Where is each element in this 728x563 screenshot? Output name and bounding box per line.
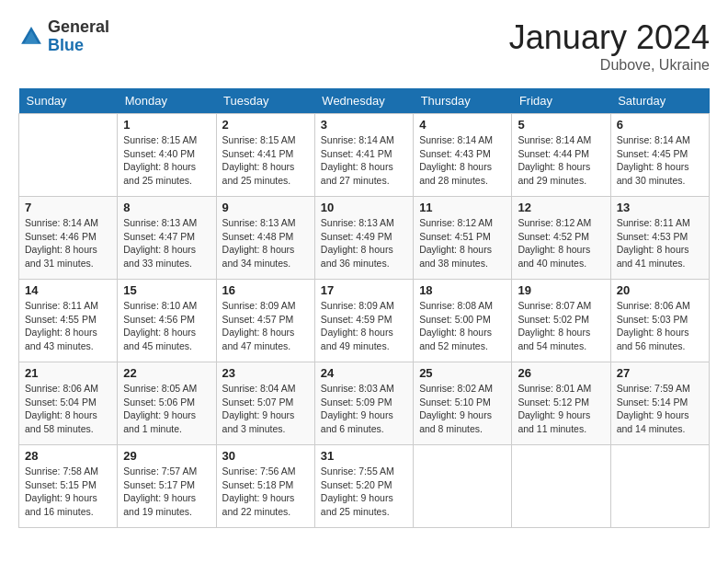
day-number: 7: [25, 201, 111, 214]
day-number: 11: [419, 201, 506, 214]
day-number: 19: [518, 283, 604, 297]
day-cell: [414, 445, 512, 528]
day-cell: 17Sunrise: 8:09 AM Sunset: 4:59 PM Dayli…: [314, 280, 413, 362]
day-info: Sunrise: 8:14 AM Sunset: 4:45 PM Dayligh…: [617, 133, 703, 188]
day-number: 9: [222, 201, 309, 214]
day-cell: [19, 114, 118, 197]
day-number: 16: [222, 283, 309, 297]
day-cell: 4Sunrise: 8:14 AM Sunset: 4:43 PM Daylig…: [414, 114, 512, 197]
day-cell: 6Sunrise: 8:14 AM Sunset: 4:45 PM Daylig…: [610, 114, 709, 197]
day-cell: 7Sunrise: 8:14 AM Sunset: 4:46 PM Daylig…: [19, 197, 118, 280]
day-number: 14: [25, 283, 111, 297]
day-number: 3: [321, 118, 407, 132]
day-cell: 26Sunrise: 8:01 AM Sunset: 5:12 PM Dayli…: [512, 362, 610, 445]
day-number: 8: [123, 201, 210, 214]
weekday-header-saturday: Saturday: [610, 88, 709, 114]
logo: General Blue: [18, 18, 109, 55]
logo-general-text: General: [48, 18, 109, 37]
day-cell: 16Sunrise: 8:09 AM Sunset: 4:57 PM Dayli…: [216, 280, 314, 362]
logo-text: General Blue: [48, 18, 109, 55]
weekday-header-tuesday: Tuesday: [216, 88, 314, 114]
day-cell: [610, 445, 709, 528]
day-info: Sunrise: 8:09 AM Sunset: 4:59 PM Dayligh…: [321, 299, 407, 353]
day-info: Sunrise: 7:59 AM Sunset: 5:14 PM Dayligh…: [617, 382, 703, 436]
day-cell: 12Sunrise: 8:12 AM Sunset: 4:52 PM Dayli…: [512, 197, 610, 280]
weekday-header-wednesday: Wednesday: [314, 88, 413, 114]
day-info: Sunrise: 8:15 AM Sunset: 4:41 PM Dayligh…: [222, 133, 309, 188]
month-year-title: January 2024: [509, 18, 710, 57]
day-cell: 9Sunrise: 8:13 AM Sunset: 4:48 PM Daylig…: [216, 197, 314, 280]
day-info: Sunrise: 8:05 AM Sunset: 5:06 PM Dayligh…: [123, 382, 210, 436]
day-cell: 29Sunrise: 7:57 AM Sunset: 5:17 PM Dayli…: [118, 445, 216, 528]
calendar-table: SundayMondayTuesdayWednesdayThursdayFrid…: [18, 88, 710, 528]
day-info: Sunrise: 8:13 AM Sunset: 4:49 PM Dayligh…: [321, 216, 407, 270]
day-number: 17: [321, 283, 407, 297]
weekday-header-monday: Monday: [118, 88, 216, 114]
day-number: 13: [617, 201, 703, 214]
day-number: 30: [222, 449, 309, 463]
day-info: Sunrise: 7:57 AM Sunset: 5:17 PM Dayligh…: [123, 465, 210, 519]
day-cell: 5Sunrise: 8:14 AM Sunset: 4:44 PM Daylig…: [512, 114, 610, 197]
day-info: Sunrise: 7:55 AM Sunset: 5:20 PM Dayligh…: [321, 465, 407, 519]
day-number: 5: [518, 118, 604, 132]
day-info: Sunrise: 8:10 AM Sunset: 4:56 PM Dayligh…: [123, 299, 210, 353]
day-cell: 14Sunrise: 8:11 AM Sunset: 4:55 PM Dayli…: [19, 280, 118, 362]
day-info: Sunrise: 8:06 AM Sunset: 5:03 PM Dayligh…: [617, 299, 703, 353]
day-cell: 25Sunrise: 8:02 AM Sunset: 5:10 PM Dayli…: [414, 362, 512, 445]
week-row-5: 28Sunrise: 7:58 AM Sunset: 5:15 PM Dayli…: [19, 445, 710, 528]
day-info: Sunrise: 8:12 AM Sunset: 4:52 PM Dayligh…: [518, 216, 604, 270]
day-cell: 31Sunrise: 7:55 AM Sunset: 5:20 PM Dayli…: [314, 445, 413, 528]
day-cell: 30Sunrise: 7:56 AM Sunset: 5:18 PM Dayli…: [216, 445, 314, 528]
day-cell: 10Sunrise: 8:13 AM Sunset: 4:49 PM Dayli…: [314, 197, 413, 280]
day-number: 10: [321, 201, 407, 214]
day-cell: 2Sunrise: 8:15 AM Sunset: 4:41 PM Daylig…: [216, 114, 314, 197]
day-info: Sunrise: 8:11 AM Sunset: 4:53 PM Dayligh…: [617, 216, 703, 270]
day-cell: 21Sunrise: 8:06 AM Sunset: 5:04 PM Dayli…: [19, 362, 118, 445]
day-info: Sunrise: 8:04 AM Sunset: 5:07 PM Dayligh…: [222, 382, 309, 436]
logo-icon: [18, 24, 44, 50]
week-row-2: 7Sunrise: 8:14 AM Sunset: 4:46 PM Daylig…: [19, 197, 710, 280]
day-info: Sunrise: 8:14 AM Sunset: 4:44 PM Dayligh…: [518, 133, 604, 188]
day-cell: [512, 445, 610, 528]
day-number: 4: [419, 118, 506, 132]
day-info: Sunrise: 7:58 AM Sunset: 5:15 PM Dayligh…: [25, 465, 111, 519]
day-info: Sunrise: 8:14 AM Sunset: 4:43 PM Dayligh…: [419, 133, 506, 188]
logo-blue-text: Blue: [48, 37, 109, 55]
day-cell: 19Sunrise: 8:07 AM Sunset: 5:02 PM Dayli…: [512, 280, 610, 362]
weekday-header-friday: Friday: [512, 88, 610, 114]
day-cell: 15Sunrise: 8:10 AM Sunset: 4:56 PM Dayli…: [118, 280, 216, 362]
day-number: 2: [222, 118, 309, 132]
day-info: Sunrise: 8:01 AM Sunset: 5:12 PM Dayligh…: [518, 382, 604, 436]
day-info: Sunrise: 8:15 AM Sunset: 4:40 PM Dayligh…: [123, 133, 210, 188]
day-info: Sunrise: 8:06 AM Sunset: 5:04 PM Dayligh…: [25, 382, 111, 436]
day-number: 6: [617, 118, 703, 132]
day-cell: 20Sunrise: 8:06 AM Sunset: 5:03 PM Dayli…: [610, 280, 709, 362]
day-cell: 11Sunrise: 8:12 AM Sunset: 4:51 PM Dayli…: [414, 197, 512, 280]
day-info: Sunrise: 8:12 AM Sunset: 4:51 PM Dayligh…: [419, 216, 506, 270]
day-cell: 13Sunrise: 8:11 AM Sunset: 4:53 PM Dayli…: [610, 197, 709, 280]
day-cell: 23Sunrise: 8:04 AM Sunset: 5:07 PM Dayli…: [216, 362, 314, 445]
day-info: Sunrise: 7:56 AM Sunset: 5:18 PM Dayligh…: [222, 465, 309, 519]
day-number: 12: [518, 201, 604, 214]
day-number: 24: [321, 366, 407, 380]
day-info: Sunrise: 8:03 AM Sunset: 5:09 PM Dayligh…: [321, 382, 407, 436]
weekday-header-thursday: Thursday: [414, 88, 512, 114]
day-number: 20: [617, 283, 703, 297]
location-subtitle: Dubove, Ukraine: [509, 57, 710, 74]
week-row-3: 14Sunrise: 8:11 AM Sunset: 4:55 PM Dayli…: [19, 280, 710, 362]
day-cell: 1Sunrise: 8:15 AM Sunset: 4:40 PM Daylig…: [118, 114, 216, 197]
title-block: January 2024 Dubove, Ukraine: [509, 18, 710, 74]
day-info: Sunrise: 8:13 AM Sunset: 4:47 PM Dayligh…: [123, 216, 210, 270]
day-number: 25: [419, 366, 506, 380]
day-number: 21: [25, 366, 111, 380]
day-info: Sunrise: 8:02 AM Sunset: 5:10 PM Dayligh…: [419, 382, 506, 436]
day-info: Sunrise: 8:14 AM Sunset: 4:46 PM Dayligh…: [25, 216, 111, 270]
day-cell: 27Sunrise: 7:59 AM Sunset: 5:14 PM Dayli…: [610, 362, 709, 445]
day-number: 15: [123, 283, 210, 297]
day-number: 31: [321, 449, 407, 463]
day-number: 28: [25, 449, 111, 463]
day-info: Sunrise: 8:07 AM Sunset: 5:02 PM Dayligh…: [518, 299, 604, 353]
day-cell: 24Sunrise: 8:03 AM Sunset: 5:09 PM Dayli…: [314, 362, 413, 445]
day-cell: 28Sunrise: 7:58 AM Sunset: 5:15 PM Dayli…: [19, 445, 118, 528]
weekday-header-sunday: Sunday: [19, 88, 118, 114]
